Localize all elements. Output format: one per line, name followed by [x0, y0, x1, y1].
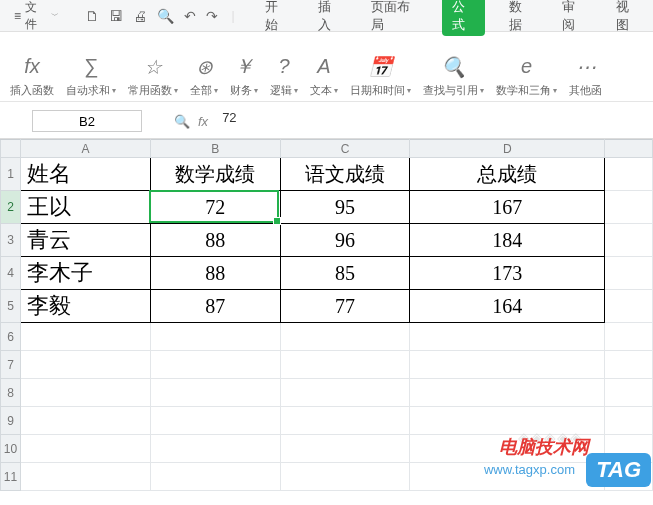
col-header-A[interactable]: A	[20, 140, 150, 158]
tab-公式[interactable]: 公式	[442, 0, 485, 36]
cell[interactable]	[20, 323, 150, 351]
col-header-D[interactable]: D	[410, 140, 605, 158]
cell[interactable]	[280, 351, 410, 379]
active-cell[interactable]: 72	[150, 191, 280, 224]
row-header[interactable]: 9	[1, 407, 21, 435]
row-header[interactable]: 8	[1, 379, 21, 407]
row-header[interactable]: 7	[1, 351, 21, 379]
cell[interactable]	[20, 379, 150, 407]
cell[interactable]: 语文成绩	[280, 158, 410, 191]
ribbon-数学和三角[interactable]: e数学和三角▾	[492, 36, 561, 98]
magnify-icon[interactable]: 🔍	[174, 114, 190, 129]
cell[interactable]	[605, 191, 653, 224]
cell[interactable]: 王以	[20, 191, 150, 224]
tab-页面布局[interactable]: 页面布局	[365, 0, 424, 36]
cell[interactable]: 青云	[20, 224, 150, 257]
more-icon: ⋯	[576, 55, 596, 79]
row-header[interactable]: 11	[1, 463, 21, 491]
cell[interactable]	[150, 323, 280, 351]
cell[interactable]	[605, 158, 653, 191]
chevron-down-icon: ▾	[112, 86, 116, 95]
redo-icon[interactable]: ↷	[206, 8, 218, 24]
cell[interactable]	[605, 379, 653, 407]
cell[interactable]	[605, 224, 653, 257]
cell[interactable]: 88	[150, 257, 280, 290]
row-header[interactable]: 10	[1, 435, 21, 463]
cell[interactable]: 167	[410, 191, 605, 224]
cell[interactable]	[150, 435, 280, 463]
cell[interactable]	[150, 351, 280, 379]
ribbon-财务[interactable]: ￥财务▾	[226, 36, 262, 98]
cell[interactable]	[150, 379, 280, 407]
ribbon-日期和时间[interactable]: 📅日期和时间▾	[346, 36, 415, 98]
cell[interactable]: 164	[410, 290, 605, 323]
fx-icon[interactable]: fx	[198, 114, 208, 129]
cell[interactable]: 李木子	[20, 257, 150, 290]
cell[interactable]	[150, 407, 280, 435]
col-header-blank[interactable]	[605, 140, 653, 158]
cell[interactable]	[20, 435, 150, 463]
ribbon-label: 财务▾	[230, 83, 258, 98]
cell[interactable]: 李毅	[20, 290, 150, 323]
cell[interactable]	[280, 323, 410, 351]
cell[interactable]	[280, 379, 410, 407]
cell[interactable]	[20, 407, 150, 435]
cell[interactable]: 96	[280, 224, 410, 257]
cell[interactable]	[605, 323, 653, 351]
cell[interactable]	[410, 323, 605, 351]
cell[interactable]	[605, 290, 653, 323]
ribbon-查找与引用[interactable]: 🔍查找与引用▾	[419, 36, 488, 98]
col-header-B[interactable]: B	[150, 140, 280, 158]
preview-icon[interactable]: 🔍	[157, 8, 174, 24]
row-header[interactable]: 6	[1, 323, 21, 351]
cell[interactable]	[20, 351, 150, 379]
row-header[interactable]: 3	[1, 224, 21, 257]
cell[interactable]: 总成绩	[410, 158, 605, 191]
doc-icon[interactable]: 🗋	[85, 8, 99, 24]
ribbon-常用函数[interactable]: ☆常用函数▾	[124, 36, 182, 98]
undo-icon[interactable]: ↶	[184, 8, 196, 24]
cell[interactable]: 85	[280, 257, 410, 290]
cell[interactable]	[280, 435, 410, 463]
tab-插入[interactable]: 插入	[312, 0, 347, 36]
cell[interactable]: 数学成绩	[150, 158, 280, 191]
cell[interactable]	[20, 463, 150, 491]
cell[interactable]: 姓名	[20, 158, 150, 191]
cell[interactable]: 173	[410, 257, 605, 290]
ribbon-自动求和[interactable]: ∑自动求和▾	[62, 36, 120, 98]
ribbon-逻辑[interactable]: ?逻辑▾	[266, 36, 302, 98]
tab-审阅[interactable]: 审阅	[556, 0, 591, 36]
cell[interactable]	[150, 463, 280, 491]
cell[interactable]: 77	[280, 290, 410, 323]
col-header-C[interactable]: C	[280, 140, 410, 158]
row-header[interactable]: 4	[1, 257, 21, 290]
ribbon-label: 自动求和▾	[66, 83, 116, 98]
cell[interactable]	[605, 407, 653, 435]
ribbon-文本[interactable]: A文本▾	[306, 36, 342, 98]
cell[interactable]	[280, 407, 410, 435]
select-all-corner[interactable]	[1, 140, 21, 158]
tab-开始[interactable]: 开始	[259, 0, 294, 36]
cell[interactable]: 88	[150, 224, 280, 257]
file-menu[interactable]: ≡ 文件 ﹀	[8, 0, 65, 35]
tab-数据[interactable]: 数据	[503, 0, 538, 36]
cell[interactable]	[410, 379, 605, 407]
print-icon[interactable]: 🖨	[133, 8, 147, 24]
cell[interactable]	[280, 463, 410, 491]
cell[interactable]: 95	[280, 191, 410, 224]
name-box[interactable]: B2	[32, 110, 142, 132]
cell[interactable]	[605, 351, 653, 379]
row-header[interactable]: 5	[1, 290, 21, 323]
formula-input[interactable]: 72	[216, 110, 647, 132]
cell[interactable]	[410, 351, 605, 379]
cell[interactable]: 87	[150, 290, 280, 323]
cell[interactable]: 184	[410, 224, 605, 257]
ribbon-全部[interactable]: ⊛全部▾	[186, 36, 222, 98]
save-icon[interactable]: 🖫	[109, 8, 123, 24]
row-header[interactable]: 2	[1, 191, 21, 224]
tab-视图[interactable]: 视图	[610, 0, 645, 36]
row-header[interactable]: 1	[1, 158, 21, 191]
cell[interactable]	[605, 257, 653, 290]
ribbon-其他函[interactable]: ⋯其他函	[565, 36, 606, 98]
ribbon-插入函数[interactable]: fx插入函数	[6, 36, 58, 98]
